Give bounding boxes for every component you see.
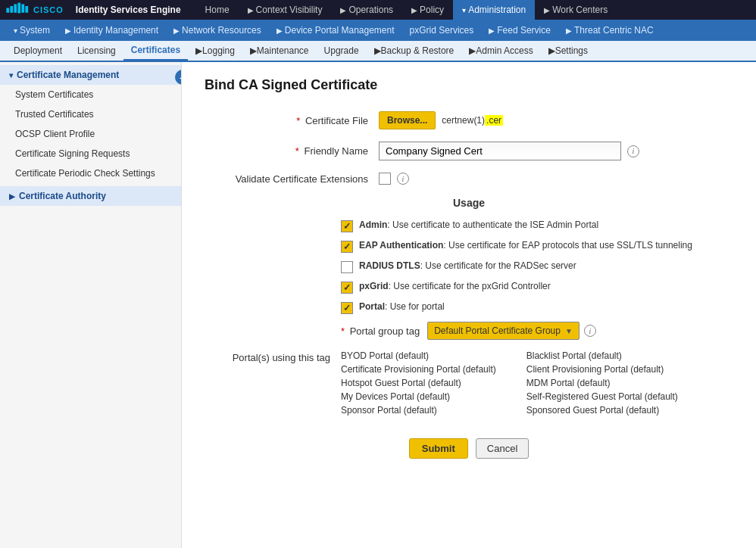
svg-rect-3 — [17, 3, 20, 14]
usage-radius-item: RADIUS DTLS: Use certificate for the RAD… — [205, 260, 733, 273]
nav-administration[interactable]: ▾ Administration — [453, 0, 535, 20]
sidebar-item-ocsp-profile[interactable]: OCSP Client Profile — [0, 124, 181, 144]
tab-maintenance[interactable]: ▶ Maintenance — [242, 40, 317, 61]
sidebar-item-trusted-certs[interactable]: Trusted Certificates — [0, 104, 181, 124]
nav-home[interactable]: Home — [196, 0, 239, 20]
top-nav: CISCO Identity Services Engine Home ▶ Co… — [0, 0, 756, 20]
sidebar-section-cert-authority-header[interactable]: ▶ Certificate Authority — [0, 186, 181, 206]
second-nav: ▾ System ▶ Identity Management ▶ Network… — [0, 20, 756, 41]
tab-upgrade[interactable]: Upgrade — [317, 40, 367, 61]
friendly-name-input[interactable] — [379, 142, 621, 160]
nav-feed-service[interactable]: ▶ Feed Service — [481, 20, 558, 41]
list-item: Self-Registered Guest Portal (default) — [526, 391, 682, 402]
usage-title: Usage — [205, 197, 733, 209]
admin-checkbox[interactable] — [341, 220, 353, 232]
list-item: Certificate Provisioning Portal (default… — [341, 364, 496, 375]
nav-policy[interactable]: ▶ Policy — [402, 0, 453, 20]
nav-network-resources[interactable]: ▶ Network Resources — [166, 20, 269, 41]
dropdown-arrow-icon: ▼ — [565, 327, 573, 335]
nav-pxgrid[interactable]: pxGrid Services — [402, 20, 482, 41]
validate-row: Validate Certificate Extensions i — [205, 173, 733, 185]
tab-deployment[interactable]: Deployment — [6, 40, 70, 61]
sidebar-section-cert-authority: ▶ Certificate Authority — [0, 186, 181, 206]
svg-rect-1 — [10, 6, 13, 13]
top-nav-links: Home ▶ Context Visibility ▶ Operations ▶… — [196, 0, 617, 20]
section-arrow-icon: ▾ — [9, 71, 13, 79]
usage-section: Usage Admin: Use certificate to authenti… — [205, 197, 733, 416]
tab-admin-access[interactable]: ▶ Admin Access — [461, 40, 540, 61]
sidebar-item-csr[interactable]: Certificate Signing Requests — [0, 144, 181, 163]
usage-eap-item: EAP Authentication: Use certificate for … — [205, 240, 733, 253]
list-item: MDM Portal (default) — [526, 378, 682, 388]
portal-group-tag-select[interactable]: Default Portal Certificate Group ▼ — [427, 322, 579, 340]
section-arrow-icon-2: ▶ — [9, 192, 15, 201]
nav-threat-centric[interactable]: ▶ Threat Centric NAC — [558, 20, 661, 41]
list-item: Sponsor Portal (default) — [341, 405, 496, 416]
list-item: Blacklist Portal (default) — [526, 350, 682, 361]
file-name: certnew(1).cer — [442, 115, 503, 126]
usage-portal-item: Portal: Use for portal — [205, 301, 733, 314]
content-area: Bind CA Signed Certificate * Certificate… — [182, 62, 756, 548]
list-item: BYOD Portal (default) — [341, 350, 496, 361]
radius-checkbox[interactable] — [341, 261, 353, 273]
cancel-button[interactable]: Cancel — [476, 438, 529, 459]
app-title: Identity Services Engine — [76, 5, 181, 15]
friendly-name-info-icon[interactable]: i — [627, 145, 639, 157]
tab-backup-restore[interactable]: ▶ Backup & Restore — [367, 40, 462, 61]
portal-group-row: * Portal group tag Default Portal Certif… — [205, 322, 733, 340]
svg-rect-4 — [21, 5, 24, 13]
nav-device-portal[interactable]: ▶ Device Portal Management — [269, 20, 402, 41]
nav-operations[interactable]: ▶ Operations — [331, 0, 402, 20]
submit-button[interactable]: Submit — [409, 438, 468, 459]
list-item: Sponsored Guest Portal (default) — [526, 405, 682, 416]
friendly-name-row: * Friendly Name i — [205, 142, 733, 160]
svg-rect-5 — [25, 6, 28, 13]
tab-logging[interactable]: ▶ Logging — [188, 40, 242, 61]
tab-licensing[interactable]: Licensing — [70, 40, 123, 61]
eap-checkbox[interactable] — [341, 241, 353, 253]
validate-info-icon[interactable]: i — [397, 173, 409, 185]
nav-context-visibility[interactable]: ▶ Context Visibility — [239, 0, 332, 20]
portal-checkbox[interactable] — [341, 302, 353, 314]
sidebar: ◀ ▾ Certificate Management System Certif… — [0, 62, 182, 548]
list-item: My Devices Portal (default) — [341, 391, 496, 402]
friendly-name-label: * Friendly Name — [205, 145, 379, 157]
portals-using-row: Portal(s) using this tag BYOD Portal (de… — [205, 350, 733, 416]
friendly-name-control: i — [379, 142, 639, 160]
sidebar-item-system-certs[interactable]: System Certificates — [0, 85, 181, 104]
cisco-logo-text: CISCO — [33, 5, 64, 14]
main-layout: ◀ ▾ Certificate Management System Certif… — [0, 62, 756, 548]
usage-pxgrid-item: pxGrid: Use certificate for the pxGrid C… — [205, 281, 733, 294]
sidebar-section-cert-management-header[interactable]: ▾ Certificate Management — [0, 65, 181, 85]
portals-grid: BYOD Portal (default) Blacklist Portal (… — [341, 350, 682, 416]
validate-label: Validate Certificate Extensions — [205, 173, 379, 185]
sidebar-item-periodic-check[interactable]: Certificate Periodic Check Settings — [0, 163, 181, 183]
cert-file-label: * Certificate File — [205, 115, 379, 126]
nav-work-centers[interactable]: ▶ Work Centers — [535, 0, 617, 20]
cisco-logo: CISCO — [6, 2, 68, 17]
page-title: Bind CA Signed Certificate — [205, 77, 733, 93]
validate-control: i — [379, 173, 409, 185]
sidebar-section-cert-management: ▾ Certificate Management System Certific… — [0, 65, 181, 183]
browse-button[interactable]: Browse... — [379, 111, 436, 129]
cert-file-row: * Certificate File Browse... certnew(1).… — [205, 111, 733, 129]
cert-file-control: Browse... certnew(1).cer — [379, 111, 503, 129]
nav-system[interactable]: ▾ System — [6, 20, 58, 41]
tab-settings[interactable]: ▶ Settings — [541, 40, 595, 61]
usage-admin-item: Admin: Use certificate to authenticate t… — [205, 220, 733, 232]
list-item: Hotspot Guest Portal (default) — [341, 378, 496, 388]
third-nav: Deployment Licensing Certificates ▶ Logg… — [0, 41, 756, 62]
svg-rect-2 — [14, 5, 17, 13]
pxgrid-checkbox[interactable] — [341, 282, 353, 294]
list-item: Client Provisioning Portal (default) — [526, 364, 682, 375]
svg-rect-0 — [6, 8, 9, 13]
action-buttons: Submit Cancel — [205, 438, 733, 459]
portal-group-info-icon[interactable]: i — [584, 325, 596, 337]
nav-identity-management[interactable]: ▶ Identity Management — [58, 20, 166, 41]
validate-checkbox[interactable] — [379, 173, 391, 185]
tab-certificates[interactable]: Certificates — [123, 40, 188, 61]
portals-using-label: Portal(s) using this tag — [205, 350, 341, 363]
